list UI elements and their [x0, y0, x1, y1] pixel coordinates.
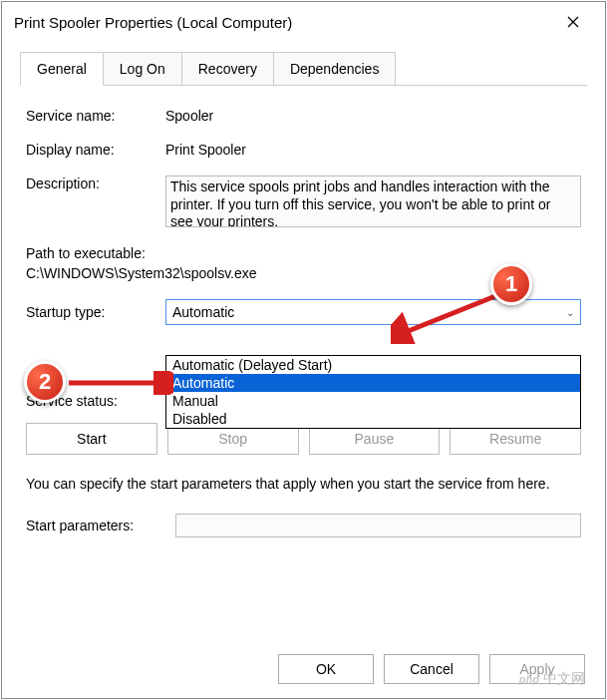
- display-name-label: Display name:: [26, 142, 165, 158]
- service-name-value: Spooler: [165, 108, 581, 124]
- close-button[interactable]: [553, 6, 593, 38]
- startup-type-label: Startup type:: [26, 304, 165, 320]
- tab-panel-general: Service name: Spooler Display name: Prin…: [2, 86, 605, 547]
- start-button[interactable]: Start: [26, 423, 157, 455]
- path-label: Path to executable:: [26, 245, 581, 261]
- option-disabled[interactable]: Disabled: [166, 410, 580, 428]
- tab-log-on[interactable]: Log On: [103, 52, 182, 86]
- annotation-arrow-2: [64, 371, 173, 395]
- startup-type-dropdown[interactable]: Automatic (Delayed Start) Automatic Manu…: [165, 355, 581, 429]
- watermark: php 中文网: [519, 670, 585, 688]
- window-title: Print Spooler Properties (Local Computer…: [14, 14, 292, 31]
- chevron-down-icon: ⌄: [566, 307, 574, 318]
- titlebar: Print Spooler Properties (Local Computer…: [2, 2, 605, 42]
- display-name-value: Print Spooler: [165, 142, 581, 158]
- close-icon: [567, 16, 579, 28]
- annotation-badge-1: 1: [490, 263, 532, 305]
- start-parameters-input: [175, 514, 581, 537]
- option-automatic[interactable]: Automatic: [166, 374, 580, 392]
- dialog-window: Print Spooler Properties (Local Computer…: [1, 1, 606, 699]
- annotation-badge-2: 2: [24, 361, 66, 403]
- option-automatic-delayed[interactable]: Automatic (Delayed Start): [166, 356, 580, 374]
- watermark-text: 中文网: [543, 670, 585, 688]
- start-parameters-label: Start parameters:: [26, 518, 175, 533]
- option-manual[interactable]: Manual: [166, 392, 580, 410]
- service-name-label: Service name:: [26, 108, 165, 124]
- tab-general[interactable]: General: [20, 52, 104, 86]
- tab-strip: General Log On Recovery Dependencies: [20, 52, 587, 86]
- watermark-logo: php: [519, 673, 539, 685]
- ok-button[interactable]: OK: [278, 654, 374, 684]
- startup-type-selected: Automatic: [172, 304, 234, 320]
- description-textbox[interactable]: This service spools print jobs and handl…: [165, 175, 581, 227]
- tab-dependencies[interactable]: Dependencies: [273, 52, 397, 86]
- start-parameters-hint: You can specify the start parameters tha…: [26, 475, 581, 494]
- description-label: Description:: [26, 175, 165, 191]
- tab-recovery[interactable]: Recovery: [181, 52, 274, 86]
- cancel-button[interactable]: Cancel: [384, 654, 479, 684]
- svg-line-3: [401, 294, 500, 334]
